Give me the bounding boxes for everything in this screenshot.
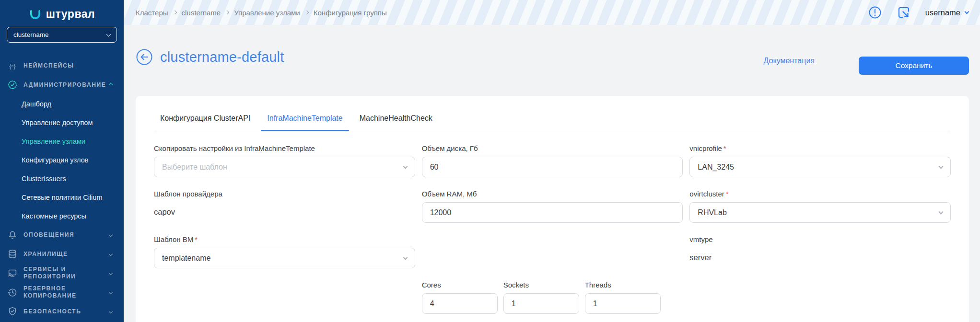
provider-template-label: Шаблон провайдера [154,190,415,198]
tab-clusterapi-config[interactable]: Конфигурация ClusterAPI [154,114,257,131]
user-menu[interactable]: username [925,8,968,17]
chevron-down-icon [109,271,113,275]
sidebar-item-alerts[interactable]: ОПОВЕЩЕНИЯ [0,225,124,244]
copy-template-label: Скопировать настройки из InfraMachineTem… [154,144,415,152]
chevron-down-icon [106,32,111,36]
topbar-actions: username [868,5,968,20]
tabs: Конфигурация ClusterAPI InfraMachineTemp… [154,114,951,131]
history-clock-icon [7,287,18,298]
breadcrumb-clustername[interactable]: clustername [182,9,221,17]
field-copy-template: Скопировать настройки из InfraMachineTem… [154,144,415,177]
sidebar-item-security[interactable]: БЕЗОПАСНОСТЬ [0,302,124,321]
sidebar-item-access-management[interactable]: Управление доступом [0,113,124,132]
chevron-down-icon [939,164,944,169]
back-button[interactable] [136,48,153,66]
breadcrumb-clusters[interactable]: Кластеры [136,9,168,17]
field-ovirtcluster: ovirtcluster* RHVLab [689,190,951,223]
tab-machinehealthcheck[interactable]: MachineHealthCheck [353,114,439,131]
documentation-link[interactable]: Документация [764,57,815,65]
service-board-icon [7,268,18,278]
threads-input[interactable] [585,293,661,314]
page-head: clustername-default Документация Сохрани… [136,48,969,66]
field-sockets: Sockets [503,281,579,314]
chevron-down-icon [109,310,113,313]
chevron-down-icon [109,233,113,237]
chevron-down-icon [403,255,408,260]
field-vmtype: vmtype server [689,235,951,268]
vnicprofile-value: LAN_3245 [698,163,734,172]
sidebar-item-backup[interactable]: РЕЗЕРВНОЕ КОПИРОВАНИЕ [0,283,124,302]
chevron-down-icon [965,9,969,14]
sidebar-item-clusterissuers[interactable]: ClusterIssuers [0,169,124,188]
copy-template-placeholder: Выберите шаблон [162,163,227,172]
cpu-topology-row: Cores Sockets Threads [422,281,951,314]
chevron-down-icon [109,252,113,256]
breadcrumb-node-management[interactable]: Управление узлами [234,9,300,17]
disk-size-input[interactable] [422,157,683,177]
chevron-right-icon [173,10,176,14]
sidebar-item-services-repositories[interactable]: СЕРВИСЫ И РЕПОЗИТОРИИ [0,264,124,283]
copy-template-select[interactable]: Выберите шаблон [154,157,415,177]
group-config-card: Конфигурация ClusterAPI InfraMachineTemp… [136,96,969,322]
page-title: clustername-default [160,49,284,65]
vmtype-label: vmtype [689,235,951,243]
sockets-input[interactable] [503,293,579,314]
vnicprofile-select[interactable]: LAN_3245 [689,157,951,177]
disk-size-label: Объем диска, Гб [422,144,683,152]
field-vm-template: Шаблон ВМ* templatename [154,235,415,268]
logo: штурвал [0,0,124,21]
field-threads: Threads [585,281,661,314]
grid-spacer [154,281,415,314]
sidebar-item-custom-resources[interactable]: Кастомные ресурсы [0,207,124,225]
database-icon [7,249,18,259]
field-ram: Объем RAM, Мб [422,190,683,223]
sidebar-item-node-configuration[interactable]: Конфигурация узлов [0,150,124,169]
save-button[interactable]: Сохранить [859,57,969,75]
vm-template-select[interactable]: templatename [154,248,415,268]
sidebar-item-dashboard[interactable]: Дашборд [0,94,124,113]
topbar: Кластеры clustername Управление узлами К… [124,0,980,25]
chevron-down-icon [403,164,408,169]
sidebar-nav: {▫} НЕЙМСПЕЙСЫ АДМИНИСТРИРОВАНИЕ Дашборд… [0,56,124,321]
brand-name: штурвал [46,8,95,21]
sidebar: штурвал clustername {▫} НЕЙМСПЕЙСЫ АДМИН… [0,0,124,322]
exit-arrow-icon[interactable] [897,5,911,20]
ovirtcluster-value: RHVLab [698,208,726,217]
ovirtcluster-select[interactable]: RHVLab [689,202,951,223]
page: clustername-default Документация Сохрани… [124,25,980,322]
ovirtcluster-label: ovirtcluster [689,190,724,198]
breadcrumb-group-configuration: Конфигурация группы [314,9,387,17]
ram-label: Объем RAM, Мб [422,190,683,198]
cores-label: Cores [422,281,498,289]
chevron-right-icon [305,10,309,14]
required-asterisk: * [723,144,726,152]
sidebar-item-namespaces[interactable]: {▫} НЕЙМСПЕЙСЫ [0,56,124,75]
vm-template-value: templatename [162,254,210,263]
alert-circle-icon[interactable] [868,5,882,20]
grid-spacer [422,235,683,268]
shturval-logo-icon [29,8,42,21]
bell-icon [7,230,18,240]
tab-inframachinetemplate[interactable]: InfraMachineTemplate [261,114,349,131]
field-vnicprofile: vnicprofile* LAN_3245 [689,144,951,177]
ram-input[interactable] [422,202,683,223]
sidebar-item-node-management[interactable]: Управление узлами [0,132,124,150]
chevron-right-icon [225,10,229,14]
chevron-down-icon [109,290,113,294]
inframachinetemplate-form: Скопировать настройки из InfraMachineTem… [154,144,951,314]
vm-template-label: Шаблон ВМ [154,235,193,243]
threads-label: Threads [585,281,661,289]
sidebar-item-storage[interactable]: ХРАНИЛИЩЕ [0,244,124,264]
field-disk-size: Объем диска, Гб [422,144,683,177]
braces-icon: {▫} [7,62,18,69]
cores-input[interactable] [422,293,498,314]
cluster-select[interactable]: clustername [7,27,117,43]
field-cores: Cores [422,281,498,314]
provider-template-value: capov [154,202,415,217]
vmtype-value: server [689,248,951,262]
vnicprofile-label: vnicprofile [689,144,722,152]
sidebar-item-cilium-policies[interactable]: Сетевые политики Cilium [0,188,124,207]
required-asterisk: * [195,235,198,243]
badge-check-icon [7,80,18,90]
sidebar-item-administration[interactable]: АДМИНИСТРИРОВАНИЕ [0,75,124,94]
